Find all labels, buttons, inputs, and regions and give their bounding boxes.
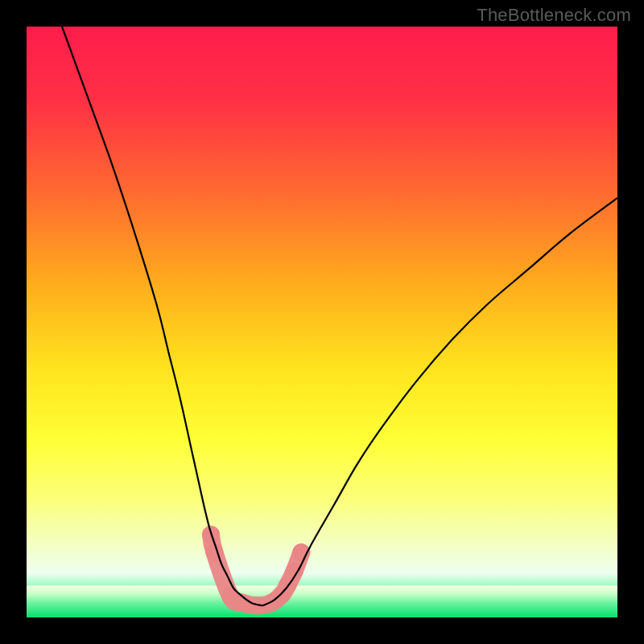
gradient-background (27, 27, 617, 617)
green-band (27, 585, 617, 617)
outer-frame: TheBottleneck.com (0, 0, 644, 644)
watermark-text: TheBottleneck.com (477, 5, 631, 26)
chart-plot-area (27, 27, 617, 617)
marker-dot (205, 543, 223, 561)
chart-svg (27, 27, 617, 617)
